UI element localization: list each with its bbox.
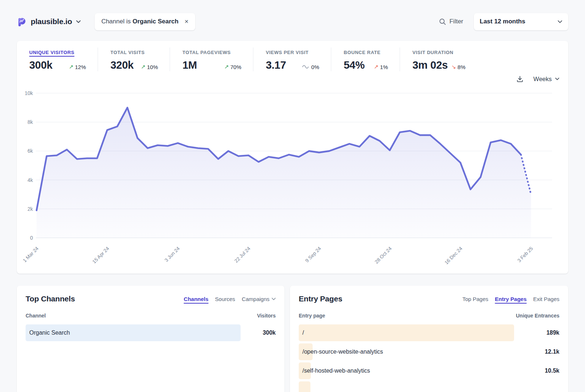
- row-value: 10.5k: [514, 368, 559, 374]
- arrow-up-right-icon: ↗: [141, 64, 146, 70]
- stat-change: ↗10%: [141, 64, 158, 70]
- stat-value: 3.17: [266, 59, 286, 71]
- interval-select[interactable]: Weeks: [533, 76, 559, 83]
- filter-chip-channel[interactable]: Channel is Organic Search ✕: [95, 13, 195, 30]
- remove-filter-icon[interactable]: ✕: [184, 19, 189, 24]
- row-bar: [299, 381, 310, 392]
- tab-exit-pages[interactable]: Exit Pages: [533, 296, 559, 302]
- row-value: 189k: [514, 330, 559, 336]
- tab-entry-pages[interactable]: Entry Pages: [495, 296, 527, 302]
- stat-total-pageviews[interactable]: TOTAL PAGEVIEWS1M↗70%: [170, 47, 253, 71]
- y-axis-tick: 4k: [27, 177, 33, 183]
- row-bar-track: /open-source-website-analytics: [299, 343, 514, 360]
- chevron-down-icon: [558, 20, 562, 23]
- arrow-up-right-icon: ↗: [69, 64, 73, 70]
- stat-value: 54%: [344, 59, 365, 71]
- x-axis-tick: 16 Dec 24: [444, 246, 463, 265]
- stat-bounce-rate[interactable]: BOUNCE RATE54%↗1%: [331, 47, 400, 71]
- row-label: Organic Search: [26, 324, 70, 341]
- x-axis-tick: 28 Oct 24: [374, 246, 393, 264]
- stat-label: VIEWS PER VISIT: [266, 50, 319, 55]
- plausible-logo: [17, 17, 27, 27]
- y-axis-tick: 0: [30, 235, 33, 241]
- tab-sources[interactable]: Sources: [215, 296, 235, 302]
- row-bar-track: [299, 381, 514, 392]
- stat-unique-visitors[interactable]: UNIQUE VISITORS300k↗12%: [26, 47, 98, 71]
- site-name: plausible.io: [31, 17, 72, 26]
- y-axis-tick: 10k: [24, 90, 33, 96]
- row-label: /self-hosted-web-analytics: [299, 362, 370, 379]
- table-row[interactable]: /open-source-website-analytics12.1k: [299, 343, 559, 360]
- row-value: 12.1k: [514, 349, 559, 355]
- visitors-chart[interactable]: 02k4k6k8k10k1 Mar 2415 Apr 243 Jun 2422 …: [26, 85, 559, 274]
- filter-button-label: Filter: [449, 18, 463, 25]
- row-value: 300k: [241, 330, 276, 336]
- x-axis-tick: 15 Apr 24: [91, 246, 110, 264]
- tab-campaigns[interactable]: Campaigns: [242, 296, 276, 302]
- top-channels-rows: Organic Search300k: [26, 324, 276, 341]
- site-picker[interactable]: plausible.io: [17, 17, 81, 27]
- row-label: /open-source-website-analytics: [299, 343, 383, 360]
- row-bar-track: /self-hosted-web-analytics: [299, 362, 514, 379]
- panel-title: Entry Pages: [299, 294, 342, 303]
- x-axis-tick: 22 Jul 24: [233, 246, 252, 264]
- column-header-left: Channel: [26, 313, 46, 319]
- chevron-down-icon: [272, 298, 276, 300]
- top-bar: plausible.io Channel is Organic Search ✕…: [0, 0, 585, 30]
- stat-label: TOTAL PAGEVIEWS: [182, 50, 241, 55]
- stat-value: 1M: [182, 59, 197, 71]
- stat-label: VISIT DURATION: [412, 50, 465, 55]
- x-axis-tick: 9 Sep 24: [304, 246, 322, 263]
- table-row[interactable]: /189k: [299, 324, 559, 341]
- filter-chip-prefix: Channel is: [101, 18, 131, 25]
- breakdown-panels: Top Channels ChannelsSourcesCampaigns Ch…: [17, 286, 568, 392]
- column-header-left: Entry page: [299, 313, 325, 319]
- top-stats-row: UNIQUE VISITORS300k↗12%TOTAL VISITS320k↗…: [26, 47, 559, 71]
- stat-total-visits[interactable]: TOTAL VISITS320k↗10%: [98, 47, 170, 71]
- stat-change-percent: 8%: [457, 64, 465, 70]
- table-row[interactable]: /self-hosted-web-analytics10.5k: [299, 362, 559, 379]
- stat-value: 300k: [29, 59, 52, 71]
- arrow-down-right-icon: ↘: [452, 64, 456, 70]
- entry-pages-card: Entry Pages Top PagesEntry PagesExit Pag…: [290, 286, 568, 392]
- row-bar: [299, 324, 514, 341]
- stat-change: ↘8%: [452, 64, 465, 70]
- stat-change-percent: 0%: [311, 64, 319, 70]
- row-bar-track: /: [299, 324, 514, 341]
- stat-value: 320k: [110, 59, 133, 71]
- download-icon[interactable]: [516, 75, 524, 83]
- tab-channels[interactable]: Channels: [184, 296, 209, 302]
- panel-title: Top Channels: [26, 294, 75, 303]
- arrow-up-right-icon: ↗: [374, 64, 379, 70]
- x-axis-tick: 3 Feb 25: [516, 246, 534, 263]
- chevron-down-icon: [555, 77, 559, 80]
- chart-area-fill: [37, 108, 531, 238]
- plausible-dashboard: plausible.io Channel is Organic Search ✕…: [0, 0, 585, 392]
- x-axis-tick: 3 Jun 24: [163, 246, 181, 263]
- interval-label: Weeks: [533, 76, 552, 83]
- stat-change-percent: 1%: [380, 64, 388, 70]
- stat-views-per-visit[interactable]: VIEWS PER VISIT3.170%: [253, 47, 331, 71]
- tab-top-pages[interactable]: Top Pages: [463, 296, 488, 302]
- stat-change: ↗70%: [224, 64, 241, 70]
- y-axis-tick: 8k: [27, 119, 33, 125]
- entry-pages-tabs: Top PagesEntry PagesExit Pages: [463, 296, 559, 302]
- date-range-value: Last 12 months: [480, 18, 525, 25]
- stat-change-percent: 12%: [75, 64, 86, 70]
- stat-change: 0%: [302, 64, 319, 70]
- filter-button[interactable]: Filter: [439, 18, 463, 25]
- entry-pages-rows: /189k/open-source-website-analytics12.1k…: [299, 324, 559, 392]
- x-axis-tick: 1 Mar 24: [22, 246, 40, 263]
- stat-change-percent: 70%: [230, 64, 241, 70]
- y-axis-tick: 6k: [27, 148, 33, 154]
- y-axis-tick: 2k: [27, 206, 33, 212]
- arrow-up-right-icon: ↗: [224, 64, 229, 70]
- table-row[interactable]: Organic Search300k: [26, 324, 276, 341]
- stat-value: 3m 02s: [412, 59, 448, 71]
- search-icon: [439, 18, 446, 25]
- top-channels-tabs: ChannelsSourcesCampaigns: [184, 296, 276, 302]
- date-range-select[interactable]: Last 12 months: [474, 13, 568, 30]
- table-row[interactable]: [299, 381, 559, 392]
- stat-visit-duration[interactable]: VISIT DURATION3m 02s↘8%: [400, 47, 469, 71]
- chevron-down-icon: [76, 20, 81, 23]
